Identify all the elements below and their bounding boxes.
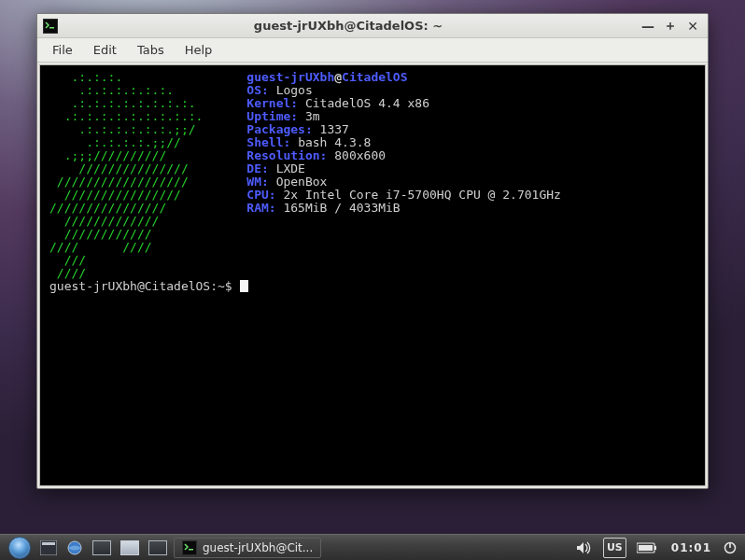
logout-icon[interactable] xyxy=(721,538,739,558)
window-controls: — ＋ ✕ xyxy=(639,17,702,35)
battery-icon[interactable] xyxy=(634,538,660,558)
terminal-content: .:.:.:. guest-jrUXbh@CitadelOS .:.:.:.:.… xyxy=(49,71,696,293)
volume-icon[interactable] xyxy=(573,538,596,558)
taskbar-task-label: guest-jrUXbh@Cit... xyxy=(203,541,313,554)
minimize-button[interactable]: — xyxy=(639,17,657,35)
svg-rect-8 xyxy=(189,549,193,551)
svg-rect-13 xyxy=(729,542,731,548)
maximize-button[interactable]: ＋ xyxy=(661,17,680,35)
terminal-icon xyxy=(43,19,58,34)
keyboard-layout-indicator[interactable]: US xyxy=(603,538,626,558)
system-tray: US 01:01 xyxy=(573,538,739,558)
start-menu-button[interactable] xyxy=(6,538,34,558)
clock[interactable]: 01:01 xyxy=(671,541,711,554)
svg-rect-11 xyxy=(639,545,653,551)
browser-launcher[interactable] xyxy=(63,538,86,558)
taskbar-task-terminal[interactable]: guest-jrUXbh@Cit... xyxy=(174,538,321,558)
svg-rect-2 xyxy=(49,27,54,29)
menu-help[interactable]: Help xyxy=(176,40,222,60)
taskbar: guest-jrUXbh@Cit... US 01:01 xyxy=(0,534,745,560)
titlebar[interactable]: guest-jrUXbh@CitadelOS: ~ — ＋ ✕ xyxy=(37,14,708,38)
workspace-1-button[interactable] xyxy=(118,538,142,558)
menu-tabs[interactable]: Tabs xyxy=(128,40,174,60)
terminal-window: guest-jrUXbh@CitadelOS: ~ — ＋ ✕ File Edi… xyxy=(36,13,709,489)
svg-rect-10 xyxy=(654,546,656,550)
svg-rect-7 xyxy=(183,541,196,554)
show-desktop-button[interactable] xyxy=(90,538,114,558)
svg-rect-1 xyxy=(44,20,57,33)
workspace-2-button[interactable] xyxy=(146,538,170,558)
svg-rect-4 xyxy=(42,542,55,545)
menu-edit[interactable]: Edit xyxy=(84,40,126,60)
menu-file[interactable]: File xyxy=(43,40,82,60)
close-button[interactable]: ✕ xyxy=(683,17,702,35)
menubar: File Edit Tabs Help xyxy=(37,38,708,63)
terminal-area[interactable]: .:.:.:. guest-jrUXbh@CitadelOS .:.:.:.:.… xyxy=(39,64,706,486)
window-title: guest-jrUXbh@CitadelOS: ~ xyxy=(63,19,633,33)
terminal-icon xyxy=(182,540,197,555)
file-manager-launcher[interactable] xyxy=(37,538,60,558)
